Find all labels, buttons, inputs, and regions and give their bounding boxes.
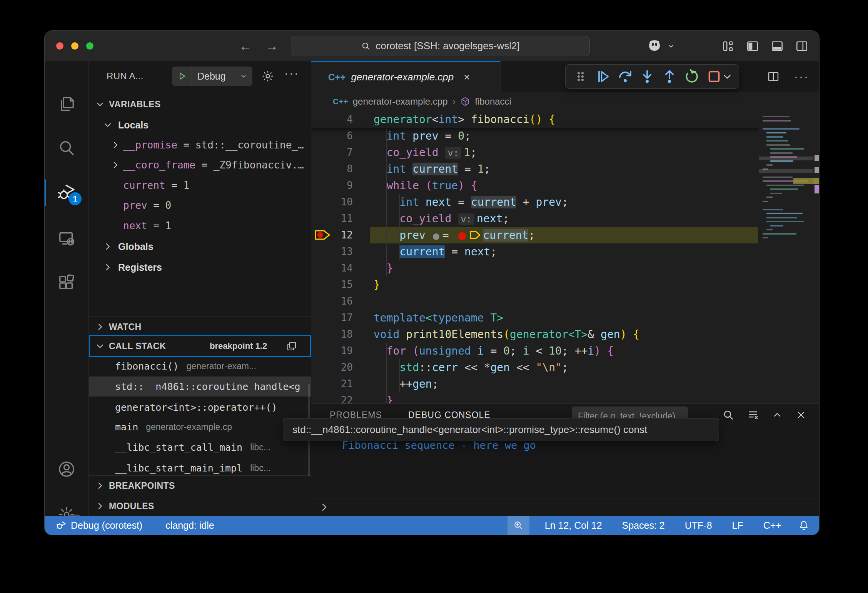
chevron-right-icon[interactable]	[95, 322, 105, 332]
copilot-icon[interactable]	[646, 39, 663, 53]
call-stack-frame[interactable]: maingenerator-example.cp	[89, 417, 311, 437]
variables-group-registers[interactable]: Registers	[89, 257, 311, 277]
call-stack-frame[interactable]: fibonacci()generator-exam...	[89, 356, 311, 376]
chevron-right-icon[interactable]	[95, 501, 105, 511]
cursor-position-item[interactable]: Ln 12, Col 12	[545, 520, 602, 531]
step-into-icon[interactable]	[638, 67, 657, 86]
variable-row[interactable]: __promise = std::__coroutine_…	[89, 135, 311, 155]
editor-gutter[interactable]: 7	[311, 144, 374, 161]
chevron-down-icon[interactable]	[667, 42, 675, 50]
variables-group-locals[interactable]: Locals	[89, 115, 311, 135]
code-line-8[interactable]: 8 int current = 1;	[311, 161, 819, 177]
activity-bar-search[interactable]	[45, 130, 88, 167]
editor-gutter[interactable]: 18	[311, 326, 374, 343]
split-editor-icon[interactable]	[767, 70, 780, 83]
editor-gutter[interactable]: 19	[311, 343, 374, 359]
editor-gutter[interactable]: 11	[311, 210, 374, 227]
editor-gutter[interactable]: 22	[311, 392, 374, 403]
section-modules[interactable]: MODULES	[89, 496, 311, 516]
chevron-down-icon[interactable]	[103, 120, 113, 130]
code-line-16[interactable]: 16	[311, 293, 819, 310]
forward-button[interactable]: →	[263, 38, 280, 55]
toggle-panel-icon[interactable]	[771, 40, 784, 53]
breakpoint-current-line-icon[interactable]	[314, 228, 332, 242]
copy-icon[interactable]	[286, 340, 297, 352]
variable-row[interactable]: next = 1	[89, 216, 311, 236]
chevron-down-icon[interactable]	[95, 99, 105, 109]
close-icon[interactable]: ×	[464, 71, 470, 83]
variable-row[interactable]: current = 1	[89, 175, 311, 195]
overview-ruler[interactable]	[813, 111, 819, 403]
tab-generator-example[interactable]: C++ generator-example.cpp ×	[311, 61, 501, 92]
minimap[interactable]	[759, 111, 813, 403]
chevron-right-icon[interactable]	[103, 242, 113, 252]
chevron-down-icon[interactable]	[235, 72, 252, 80]
debug-status-item[interactable]: Debug (corotest)	[55, 520, 142, 531]
code-line-17[interactable]: 17template<typename T>	[311, 310, 819, 326]
start-debug-play-icon[interactable]	[172, 67, 192, 86]
editor-gutter[interactable]: 21	[311, 376, 374, 392]
chevron-down-icon[interactable]	[95, 341, 105, 351]
minimize-window-button[interactable]	[71, 42, 78, 50]
call-stack-frame[interactable]: std::__n4861::coroutine_handle<g	[89, 376, 311, 396]
step-over-icon[interactable]	[616, 67, 635, 86]
search-icon[interactable]	[722, 409, 734, 421]
toggle-secondary-sidebar-icon[interactable]	[795, 40, 808, 53]
inline-breakpoint-candidate-icon[interactable]	[433, 233, 439, 240]
chevron-right-icon[interactable]	[110, 140, 120, 150]
variables-group-globals[interactable]: Globals	[89, 237, 311, 257]
drag-grip-icon[interactable]	[571, 67, 590, 86]
code-line-6[interactable]: 6 int prev = 0;	[311, 128, 819, 144]
clangd-status-item[interactable]: clangd: idle	[165, 520, 214, 531]
call-stack-frame[interactable]: generator<int>::operator++()	[89, 397, 311, 417]
eol-item[interactable]: LF	[732, 520, 743, 531]
editor-gutter[interactable]: 13	[311, 243, 374, 260]
code-line-14[interactable]: 14 }	[311, 260, 819, 277]
call-stack-frame[interactable]: __libc_start_call_mainlibc...	[89, 437, 311, 457]
chevron-right-icon[interactable]	[95, 481, 105, 491]
breadcrumb-symbol[interactable]: fibonacci	[475, 96, 511, 107]
back-button[interactable]: ←	[237, 38, 254, 55]
close-window-button[interactable]	[56, 42, 63, 50]
close-icon[interactable]	[795, 409, 807, 421]
code-line-9[interactable]: 9 while (true) {	[311, 177, 819, 194]
code-line-21[interactable]: 21 ++gen;	[311, 376, 819, 392]
variable-row[interactable]: prev = 0	[89, 195, 311, 215]
debug-console-input[interactable]	[311, 498, 819, 516]
code-line-11[interactable]: 11 co_yield v:next;	[311, 210, 819, 227]
code-line-22[interactable]: 22 }	[311, 392, 819, 403]
editor-gutter[interactable]: 20	[311, 359, 374, 376]
chevron-down-icon[interactable]	[721, 67, 733, 86]
language-mode-item[interactable]: C++	[763, 520, 781, 531]
notifications-bell-icon[interactable]	[798, 520, 809, 531]
indentation-item[interactable]: Spaces: 2	[622, 520, 665, 531]
stop-icon[interactable]	[704, 67, 724, 86]
code-line-20[interactable]: 20 std::cerr << *gen << "\n";	[311, 359, 819, 376]
activity-bar-extensions[interactable]	[45, 264, 88, 301]
activity-bar-remote-explorer[interactable]	[45, 220, 88, 257]
code-line-19[interactable]: 19 for (unsigned i = 0; i < 10; ++i) {	[311, 343, 819, 359]
inline-breakpoint-icon[interactable]	[458, 232, 466, 240]
more-actions-icon[interactable]: ···	[794, 70, 809, 83]
restart-icon[interactable]	[682, 67, 701, 86]
gear-icon[interactable]	[261, 70, 274, 83]
sticky-scroll-line[interactable]: 4generator<int> fibonacci() {	[311, 111, 819, 128]
editor-gutter[interactable]: 8	[311, 161, 374, 177]
editor-gutter[interactable]: 15	[311, 277, 374, 293]
clear-console-icon[interactable]	[747, 409, 759, 421]
toggle-primary-sidebar-icon[interactable]	[746, 40, 759, 53]
editor-gutter[interactable]: 6	[311, 128, 374, 144]
screencast-zoom-item[interactable]	[507, 516, 529, 535]
chevron-right-icon[interactable]	[103, 262, 113, 272]
start-debug-button[interactable]: Debug	[172, 67, 252, 86]
section-breakpoints[interactable]: BREAKPOINTS	[89, 476, 311, 496]
chevron-right-icon[interactable]	[110, 160, 120, 170]
activity-bar-run-and-debug[interactable]: 1	[45, 174, 88, 211]
code-editor[interactable]: 6 int prev = 0;7 co_yield v:1;8 int curr…	[311, 111, 819, 403]
section-watch[interactable]: WATCH	[89, 317, 311, 337]
variable-row[interactable]: __coro_frame = _Z9fibonacciv.…	[89, 155, 311, 175]
editor-gutter[interactable]: 16	[311, 293, 374, 310]
code-line-18[interactable]: 18void print10Elements(generator<T>& gen…	[311, 326, 819, 343]
activity-bar-explorer[interactable]	[45, 85, 88, 122]
code-line-7[interactable]: 7 co_yield v:1;	[311, 144, 819, 161]
